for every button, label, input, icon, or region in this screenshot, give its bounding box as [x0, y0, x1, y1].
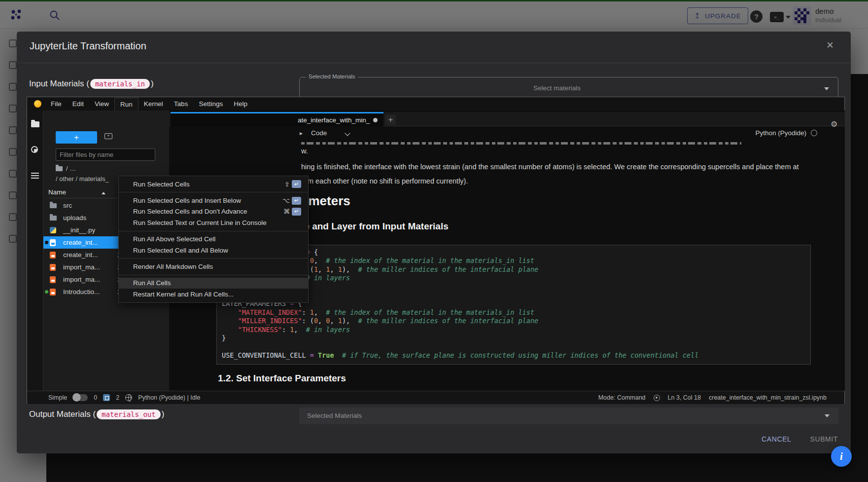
- menu-item[interactable]: Run Selected Cells⇧↵: [119, 179, 308, 189]
- cell-type-caret-icon[interactable]: [345, 130, 350, 136]
- jupyterlite-logo-icon: [34, 100, 41, 108]
- menu-item[interactable]: Run Selected Cells and Insert Below⌥↵: [119, 195, 308, 206]
- new-launcher-button[interactable]: +: [56, 131, 97, 144]
- cursor-position[interactable]: Ln 3, Col 18: [668, 394, 701, 401]
- settings-gear-icon[interactable]: ⚙: [831, 119, 837, 129]
- menu-item[interactable]: Run Selected Cells and Don't Advance⌘↵: [119, 206, 308, 217]
- menubar-item-settings[interactable]: Settings: [193, 98, 228, 111]
- folder-icon: [50, 216, 57, 221]
- kernel-status-text: Python (Pyodide) | Idle: [138, 394, 200, 401]
- name-column-header[interactable]: Name: [48, 188, 66, 196]
- globe-icon[interactable]: [125, 394, 132, 401]
- modifier-key-icon: ⌥: [282, 197, 290, 204]
- enter-key-icon: ↵: [292, 197, 301, 205]
- menubar-item-kernel[interactable]: Kernel: [139, 98, 169, 111]
- menu-shortcut: ⌘↵: [283, 208, 301, 216]
- menu-item[interactable]: Run All Above Selected Cell: [119, 234, 308, 245]
- running-sessions-tab-icon[interactable]: [31, 146, 38, 153]
- input-label-prefix: Input Materials (: [29, 79, 89, 89]
- jupyter-menubar-items: FileEditViewRunKernelTabsSettingsHelp: [45, 98, 253, 111]
- notebook-icon: [50, 264, 56, 271]
- file-name: import_ma...: [63, 263, 100, 271]
- menubar-item-tabs[interactable]: Tabs: [169, 98, 194, 111]
- kernel-name[interactable]: Python (Pyodide): [755, 129, 806, 137]
- menu-item-label: Run Selected Cells and Don't Advance: [133, 208, 283, 215]
- simple-mode-toggle[interactable]: [73, 394, 88, 401]
- unsaved-changes-dot[interactable]: [373, 118, 378, 122]
- notification-status-icon[interactable]: [654, 395, 660, 401]
- table-of-contents-tab-icon[interactable]: [31, 173, 39, 179]
- menu-item[interactable]: Restart Kernel and Run All Cells...: [119, 289, 308, 299]
- menu-separator: [119, 275, 308, 275]
- code-line: "MATERIAL_INDEX": 0, # the index of the …: [222, 257, 810, 265]
- code-line: "MILLER_INDICES": (1, 1, 1), # the mille…: [222, 265, 810, 274]
- menubar-item-view[interactable]: View: [89, 98, 114, 111]
- new-tab-button[interactable]: +: [385, 114, 396, 125]
- output-label-suffix: ): [162, 409, 165, 419]
- terminals-count: 0: [94, 394, 97, 401]
- menu-item[interactable]: Run All Cells: [119, 278, 308, 289]
- output-label-prefix: Output Materials (: [29, 409, 96, 419]
- close-icon[interactable]: ✕: [826, 39, 834, 51]
- menubar-item-edit[interactable]: Edit: [67, 98, 89, 111]
- markdown-line-fragment: w.: [301, 147, 308, 155]
- menu-item[interactable]: Run Selected Cell and All Below: [119, 245, 308, 256]
- notebook-tab[interactable]: ate_interface_with_min_: [171, 112, 383, 126]
- code-line: LAYER_PARAMETERS = {: [222, 299, 810, 308]
- kernel-running-dot: [45, 290, 48, 294]
- breadcrumb[interactable]: / …: [56, 165, 76, 172]
- submit-button[interactable]: SUBMIT: [810, 435, 838, 443]
- menu-item-label: Render All Markdown Cells: [133, 263, 301, 270]
- input-materials-label: Input Materials ( materials_in ): [29, 79, 154, 89]
- menu-shortcut: ⇧↵: [284, 180, 301, 188]
- code-line: "THICKNESS": 1, # in layers: [222, 326, 810, 334]
- menu-item-label: Run Selected Text or Current Line in Con…: [133, 219, 301, 226]
- menu-separator: [119, 258, 308, 259]
- kernel-dot: [45, 241, 48, 244]
- filter-files-input[interactable]: [56, 148, 155, 161]
- input-label-suffix: ): [151, 79, 154, 89]
- jupyterlite-panel: FileEditViewRunKernelTabsSettingsHelp + …: [27, 97, 845, 404]
- code-line: USE_CONVENTIONAL_CELL = True # if True, …: [222, 351, 810, 360]
- notebook-icon: [50, 252, 56, 259]
- materials-in-code-chip: materials_in: [90, 79, 150, 89]
- menu-item[interactable]: Render All Markdown Cells: [119, 261, 308, 272]
- kernel-status-icon[interactable]: [811, 130, 817, 136]
- enter-key-icon: ↵: [292, 208, 301, 216]
- menu-item[interactable]: Run Selected Text or Current Line in Con…: [119, 217, 308, 228]
- breadcrumb-root[interactable]: / …: [66, 165, 76, 172]
- cell-type-dropdown[interactable]: Code: [311, 129, 327, 137]
- info-button[interactable]: i: [831, 446, 852, 467]
- screen: ↥ UPGRADE ? >_ demo Individual JupyterL: [0, 0, 868, 482]
- menu-item-label: Restart Kernel and Run All Cells...: [133, 291, 301, 298]
- menu-item-label: Run Selected Cells: [133, 181, 284, 188]
- breadcrumb-folder-icon[interactable]: [56, 166, 63, 171]
- markdown-paragraph-line2: rom each other (note no shift is perform…: [301, 177, 468, 185]
- notebook-tab-label: ate_interface_with_min_: [298, 116, 370, 124]
- jupyterlite-transformation-dialog: JupyterLite Transformation ✕ Input Mater…: [17, 32, 851, 453]
- menu-shortcut: ⌥↵: [282, 197, 301, 205]
- python-icon: [50, 227, 56, 233]
- file-name: __init__.py: [63, 226, 95, 234]
- sort-ascending-icon[interactable]: [102, 192, 105, 194]
- output-materials-select[interactable]: Selected Materials: [299, 408, 838, 424]
- toolbar-run-icon[interactable]: ▸: [300, 130, 303, 137]
- dropdown-caret-icon[interactable]: [824, 87, 829, 90]
- file-name: uploads: [63, 214, 86, 222]
- menubar-item-file[interactable]: File: [45, 98, 67, 111]
- dropdown-caret-icon[interactable]: [825, 414, 830, 417]
- divider: [17, 63, 851, 63]
- command-mode-label[interactable]: Mode: Command: [598, 394, 646, 401]
- menubar-item-run[interactable]: Run: [114, 98, 139, 111]
- notebook-icon: [50, 239, 56, 246]
- kernel-sessions-icon[interactable]: [103, 394, 110, 401]
- menu-item-label: Run Selected Cell and All Below: [133, 247, 301, 254]
- file-browser-tab-icon[interactable]: [31, 121, 39, 127]
- selected-materials-legend: Selected Materials: [306, 74, 358, 79]
- markdown-paragraph-line1: hing is finished, the interface with the…: [301, 163, 799, 171]
- new-folder-icon[interactable]: +: [104, 133, 112, 139]
- dialog-title: JupyterLite Transformation: [30, 40, 146, 52]
- code-line: SUBSTRATE_PARAMETERS = {: [222, 248, 810, 257]
- menubar-item-help[interactable]: Help: [228, 98, 253, 111]
- cancel-button[interactable]: CANCEL: [762, 435, 791, 443]
